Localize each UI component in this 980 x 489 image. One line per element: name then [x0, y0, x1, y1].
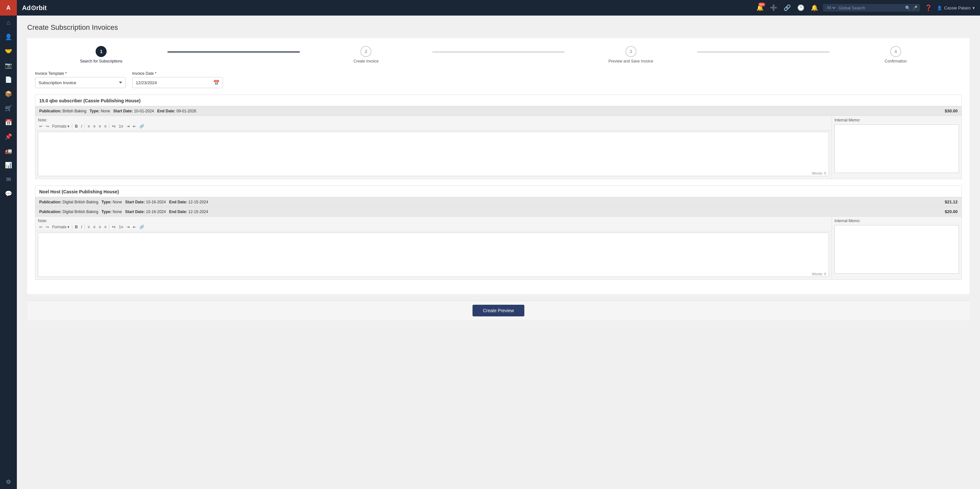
- search-filter-select[interactable]: All: [826, 5, 837, 10]
- link-btn-1[interactable]: 🔗: [138, 124, 145, 129]
- alert-icon[interactable]: 🔔: [809, 3, 819, 13]
- main-card: 1 Search for Subscriptions 2 Create Invo…: [27, 38, 970, 294]
- brand-name: Ad⊙rbit: [22, 4, 47, 12]
- page-title: Create Subscription Invoices: [27, 23, 970, 32]
- internal-memo-section-1: Internal Memo:: [832, 116, 961, 179]
- undo-btn-2[interactable]: ↩: [38, 224, 44, 230]
- note-editor-area-1[interactable]: [38, 132, 829, 171]
- help-icon[interactable]: ❓: [923, 3, 934, 13]
- invoice-template-select[interactable]: Subscription Invoice: [35, 77, 126, 88]
- pub-row-2-1-info: Publication: Digital British Baking Type…: [39, 200, 208, 204]
- pub-row-1-1-info: Publication: British Baking Type: None S…: [39, 109, 196, 113]
- add-icon[interactable]: ➕: [768, 3, 779, 13]
- pub-row-2-2-amount: $20.00: [945, 209, 958, 214]
- align-right-btn-1[interactable]: ≡: [97, 124, 102, 129]
- notification-badge: 99+: [758, 3, 765, 6]
- note-label-2: Note:: [35, 217, 832, 223]
- search-icon[interactable]: 🔍: [905, 5, 910, 10]
- pub-row-2-2-info: Publication: Digital British Baking Type…: [39, 210, 208, 214]
- pub-row-2-1-amount: $21.12: [945, 200, 958, 204]
- sidebar-chart-icon[interactable]: 📊: [0, 158, 17, 172]
- notifications-icon[interactable]: 🔔 99+: [755, 3, 765, 13]
- sidebar-camera-icon[interactable]: 📷: [0, 58, 17, 73]
- sidebar-box-icon[interactable]: 📦: [0, 87, 17, 101]
- justify-btn-1[interactable]: ≡: [103, 124, 108, 129]
- undo-btn-1[interactable]: ↩: [38, 124, 44, 129]
- invoice-date-wrapper: 📅: [132, 77, 223, 88]
- invoice-template-group: Invoice Template * Subscription Invoice: [35, 71, 126, 88]
- sidebar-handshake-icon[interactable]: 🤝: [0, 44, 17, 58]
- word-count-2: Words: 0: [38, 271, 829, 277]
- step-4-circle: 4: [890, 46, 901, 57]
- invoice-date-input[interactable]: [132, 77, 223, 88]
- redo-btn-2[interactable]: ↪: [45, 224, 50, 230]
- sidebar-mail-icon[interactable]: ✉: [0, 172, 17, 187]
- step-1-circle: 1: [95, 46, 107, 57]
- sidebar-settings-icon[interactable]: ⚙: [0, 475, 17, 489]
- link-icon[interactable]: 🔗: [782, 3, 792, 13]
- user-menu[interactable]: 👤 Cassie Pataro ▾: [937, 5, 975, 10]
- italic-btn-1[interactable]: I: [80, 124, 83, 129]
- step-4: 4 Confirmation: [829, 46, 962, 64]
- step-2-label: Create Invoice: [353, 59, 379, 64]
- search-input[interactable]: [838, 5, 903, 10]
- app-logo[interactable]: A: [0, 0, 17, 16]
- internal-memo-textarea-2[interactable]: [835, 225, 959, 274]
- outdent-btn-1[interactable]: ⇤: [132, 124, 137, 129]
- link-btn-2[interactable]: 🔗: [138, 224, 145, 230]
- sidebar-chat-icon[interactable]: 💬: [0, 187, 17, 201]
- toolbar-divider-6: [109, 224, 109, 230]
- calendar-icon[interactable]: 📅: [213, 80, 220, 86]
- user-chevron-icon: ▾: [972, 5, 975, 10]
- ordered-list-btn-2[interactable]: 1≡: [118, 224, 125, 230]
- sidebar-person-icon[interactable]: 👤: [0, 30, 17, 44]
- bullet-list-btn-2[interactable]: •≡: [110, 224, 117, 230]
- formats-btn-2[interactable]: Formats ▾: [51, 224, 71, 230]
- footer-bar: Create Preview: [27, 300, 970, 320]
- pub-row-2-2: Publication: Digital British Baking Type…: [35, 206, 961, 216]
- history-icon[interactable]: 🕐: [795, 3, 806, 13]
- internal-memo-section-2: Internal Memo:: [832, 217, 961, 279]
- formats-btn-1[interactable]: Formats ▾: [51, 124, 71, 129]
- indent-btn-1[interactable]: ⇥: [125, 124, 131, 129]
- align-left-btn-1[interactable]: ≡: [86, 124, 91, 129]
- align-left-btn-2[interactable]: ≡: [86, 224, 91, 230]
- bold-btn-2[interactable]: B: [73, 224, 79, 230]
- toolbar-divider-4: [72, 224, 72, 230]
- create-preview-button[interactable]: Create Preview: [473, 305, 524, 316]
- sidebar-truck-icon[interactable]: 🚛: [0, 144, 17, 158]
- redo-btn-1[interactable]: ↪: [45, 124, 50, 129]
- note-section-2: Note: ↩ ↪ Formats ▾ B I ≡ ≡ ≡ ≡: [35, 217, 832, 279]
- sidebar-home-icon[interactable]: ⌂: [0, 16, 17, 30]
- internal-memo-label-2: Internal Memo:: [832, 217, 961, 225]
- bold-btn-1[interactable]: B: [73, 124, 79, 129]
- subscriber-section-2: Noel Host (Cassie Publishing House) Publ…: [35, 186, 962, 280]
- internal-memo-textarea-1[interactable]: [835, 124, 959, 173]
- align-center-btn-2[interactable]: ≡: [92, 224, 97, 230]
- sidebar-cart-icon[interactable]: 🛒: [0, 101, 17, 115]
- note-section-1: Note: ↩ ↪ Formats ▾ B I ≡ ≡ ≡ ≡: [35, 116, 832, 179]
- step-3: 3 Preview and Save Invoice: [565, 46, 697, 64]
- ordered-list-btn-1[interactable]: 1≡: [118, 124, 125, 129]
- sidebar-pin-icon[interactable]: 📌: [0, 130, 17, 144]
- sidebar-document-icon[interactable]: 📄: [0, 73, 17, 87]
- mic-icon[interactable]: 🎤: [912, 5, 918, 10]
- subscriber-2-title: Noel Host (Cassie Publishing House): [35, 186, 961, 197]
- align-right-btn-2[interactable]: ≡: [97, 224, 102, 230]
- toolbar-divider-5: [84, 224, 85, 230]
- note-label-1: Note:: [35, 116, 832, 122]
- bullet-list-btn-1[interactable]: •≡: [110, 124, 117, 129]
- sidebar-calendar-icon[interactable]: 📅: [0, 115, 17, 130]
- note-editor-area-2[interactable]: [38, 232, 829, 271]
- invoice-template-label: Invoice Template *: [35, 71, 126, 76]
- justify-btn-2[interactable]: ≡: [103, 224, 108, 230]
- brand-logo: Ad⊙rbit: [22, 4, 47, 12]
- italic-btn-2[interactable]: I: [80, 224, 83, 230]
- outdent-btn-2[interactable]: ⇤: [132, 224, 137, 230]
- step-3-circle: 3: [625, 46, 636, 57]
- indent-btn-2[interactable]: ⇥: [125, 224, 131, 230]
- step-4-label: Confirmation: [885, 59, 907, 64]
- toolbar-divider-3: [109, 124, 109, 129]
- word-count-1: Words: 0: [38, 171, 829, 176]
- align-center-btn-1[interactable]: ≡: [92, 124, 97, 129]
